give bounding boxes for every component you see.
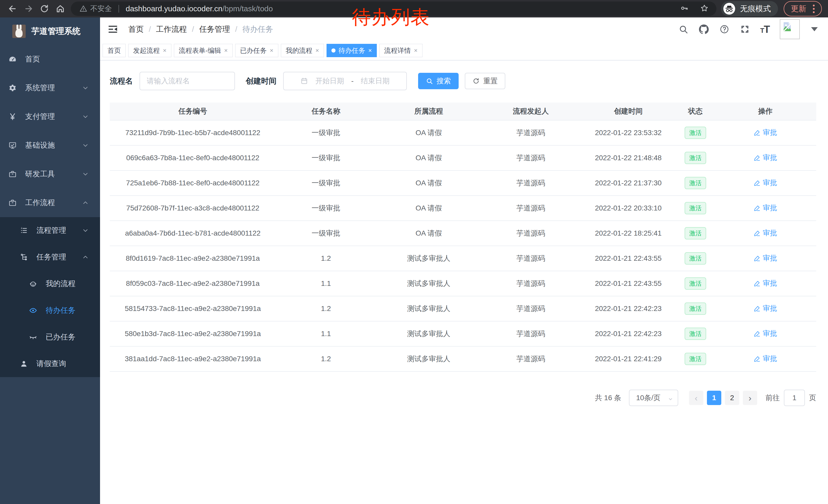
yen-icon — [8, 112, 17, 121]
breadcrumb-item[interactable]: 首页 — [128, 24, 143, 35]
active-tab-dot — [331, 48, 335, 53]
chevron-down-icon — [82, 142, 89, 149]
incognito-label: 无痕模式 — [740, 4, 771, 14]
status-badge: 激活 — [685, 252, 706, 265]
tab-我的流程[interactable]: 我的流程× — [281, 44, 324, 57]
sidebar-item-我的流程[interactable]: 我的流程 — [0, 270, 100, 297]
incognito-icon — [723, 3, 735, 15]
tab-已办任务[interactable]: 已办任务× — [235, 44, 278, 57]
tab-首页[interactable]: 首页 — [102, 44, 126, 57]
sidebar-collapse-icon[interactable] — [107, 24, 119, 35]
search-icon[interactable] — [678, 24, 689, 34]
cell-starter: 芋道源码 — [482, 128, 580, 138]
tab-close-icon[interactable]: × — [270, 47, 274, 54]
briefcase-icon — [8, 198, 17, 207]
approve-link-label: 审批 — [763, 128, 777, 137]
cell-task-name: 一级审批 — [276, 178, 376, 188]
browser-back-button[interactable] — [5, 1, 20, 17]
update-label: 更新 — [791, 4, 806, 14]
sidebar-item-工作流程[interactable]: 工作流程 — [0, 188, 100, 217]
page-size-select[interactable]: 10条/页 — [629, 390, 678, 406]
broken-image-icon — [782, 21, 793, 32]
reset-button[interactable]: 重置 — [465, 73, 505, 89]
cell-create-time: 2022-01-21 22:42:23 — [580, 330, 676, 338]
sidebar-item-请假查询[interactable]: 请假查询 — [0, 351, 100, 377]
page-button-2[interactable]: 2 — [725, 391, 739, 405]
approve-link[interactable]: 审批 — [754, 128, 777, 137]
browser-reload-button[interactable] — [36, 1, 52, 17]
avatar-dropdown-caret[interactable] — [811, 27, 818, 31]
cell-task-name: 一级审批 — [276, 153, 376, 163]
tab-label: 首页 — [108, 46, 121, 55]
breadcrumb-item[interactable]: 任务管理 — [199, 24, 230, 35]
cell-create-time: 2022-01-21 22:43:55 — [580, 254, 676, 263]
tab-发起流程[interactable]: 发起流程× — [128, 44, 171, 57]
table-body: 73211d9d-7b9b-11ec-b5b7-acde48001122一级审批… — [110, 121, 816, 372]
search-button[interactable]: 搜索 — [418, 73, 459, 89]
browser-home-button[interactable] — [52, 1, 68, 17]
column-header-状态: 状态 — [676, 106, 715, 116]
app-logo-row[interactable]: 芋道管理系统 — [0, 17, 100, 45]
refresh-icon — [472, 78, 480, 85]
approve-link[interactable]: 审批 — [754, 253, 777, 263]
sidebar-item-已办任务[interactable]: 已办任务 — [0, 324, 100, 351]
approve-link[interactable]: 审批 — [754, 329, 777, 338]
tab-待办任务[interactable]: 待办任务× — [327, 44, 377, 57]
cell-process: OA 请假 — [376, 203, 481, 213]
next-page-button[interactable]: › — [743, 391, 757, 405]
tab-close-icon[interactable]: × — [163, 47, 166, 54]
approve-link[interactable]: 审批 — [754, 228, 777, 238]
status-badge: 激活 — [685, 177, 706, 189]
tab-close-icon[interactable]: × — [224, 47, 228, 54]
prev-page-button[interactable]: ‹ — [689, 391, 703, 405]
sidebar-item-研发工具[interactable]: 研发工具 — [0, 160, 100, 188]
sidebar-item-待办任务[interactable]: 待办任务 — [0, 297, 100, 324]
sidebar-item-基础设施[interactable]: 基础设施 — [0, 131, 100, 160]
breadcrumb-item[interactable]: 工作流程 — [156, 24, 187, 35]
approve-link[interactable]: 审批 — [754, 178, 777, 188]
approve-link[interactable]: 审批 — [754, 203, 777, 213]
cell-create-time: 2022-01-22 20:33:10 — [580, 204, 676, 212]
sidebar-item-系统管理[interactable]: 系统管理 — [0, 74, 100, 102]
font-size-icon[interactable]: TT — [760, 24, 770, 34]
sidebar-item-流程管理[interactable]: 流程管理 — [0, 217, 100, 244]
sidebar-item-任务管理[interactable]: 任务管理 — [0, 244, 100, 270]
monitor-icon — [8, 141, 17, 150]
tab-close-icon[interactable]: × — [414, 47, 418, 54]
goto-page-input[interactable] — [784, 390, 805, 406]
approve-link-label: 审批 — [763, 329, 777, 338]
sidebar-item-支付管理[interactable]: 支付管理 — [0, 102, 100, 131]
cell-starter: 芋道源码 — [482, 203, 580, 213]
cell-task-id: 8f059c03-7ac8-11ec-a9e2-a2380e71991a — [110, 279, 276, 288]
process-name-input[interactable] — [139, 72, 235, 90]
sidebar-item-label: 首页 — [25, 54, 40, 64]
tab-流程表单-编辑[interactable]: 流程表单-编辑× — [174, 44, 233, 57]
key-icon[interactable] — [680, 4, 689, 13]
avatar[interactable] — [780, 19, 800, 39]
browser-menu-icon[interactable] — [811, 5, 816, 13]
date-range-picker[interactable]: 开始日期 - 结束日期 — [283, 72, 407, 90]
page-button-1[interactable]: 1 — [707, 391, 721, 405]
tab-close-icon[interactable]: × — [316, 47, 319, 54]
status-badge: 激活 — [685, 227, 706, 240]
sidebar-item-首页[interactable]: 首页 — [0, 45, 100, 74]
approve-link[interactable]: 审批 — [754, 304, 777, 313]
approve-link-label: 审批 — [763, 178, 777, 188]
approve-link[interactable]: 审批 — [754, 354, 777, 364]
fullscreen-icon[interactable] — [740, 24, 750, 34]
cell-process: 测试多审批人 — [376, 279, 481, 288]
page-unit-label: 页 — [809, 393, 816, 403]
browser-update-button[interactable]: 更新 — [784, 1, 822, 16]
column-header-流程发起人: 流程发起人 — [482, 106, 580, 116]
approve-link-label: 审批 — [763, 153, 777, 163]
github-icon[interactable] — [699, 24, 709, 34]
cell-process: OA 请假 — [376, 128, 481, 138]
browser-forward-button[interactable] — [20, 1, 36, 17]
approve-link[interactable]: 审批 — [754, 278, 777, 288]
approve-link[interactable]: 审批 — [754, 153, 777, 163]
url-text[interactable]: dashboard.yudao.iocoder.cn/bpm/task/todo — [126, 4, 273, 13]
tab-流程详情[interactable]: 流程详情× — [379, 44, 422, 57]
tab-close-icon[interactable]: × — [368, 47, 372, 54]
bookmark-star-icon[interactable] — [700, 4, 709, 13]
help-icon[interactable] — [719, 24, 730, 34]
